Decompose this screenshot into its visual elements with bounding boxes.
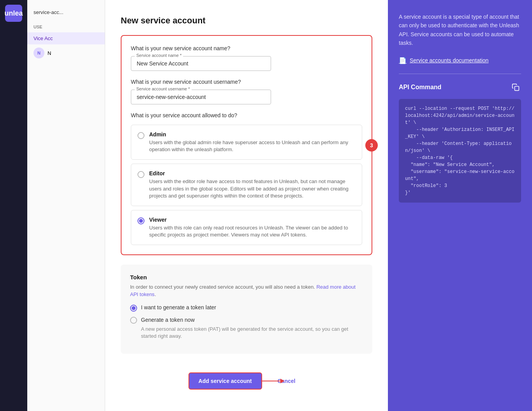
service-account-username-input[interactable] [131, 90, 271, 104]
token-now-label: Generate a token now [141, 317, 195, 323]
arrow-head [280, 379, 284, 383]
radio-viewer[interactable] [137, 217, 144, 224]
radio-editor[interactable] [137, 171, 144, 178]
name-question: What is your new service account name? [131, 45, 362, 51]
avatar-label: N [48, 50, 51, 56]
token-now-group: Generate a token now A new personal acce… [141, 316, 363, 340]
token-description-text: In order to connect your newly created s… [130, 284, 315, 290]
sidebar-logo[interactable]: unlea [5, 5, 22, 22]
dialog-area: New service account 3 What is your new s… [105, 0, 388, 411]
step-indicator: 3 [365, 139, 378, 152]
token-title: Token [130, 274, 363, 280]
role-desc-admin: Users with the global admin role have su… [149, 139, 356, 153]
username-input-group: Service account username * [131, 90, 362, 104]
avatar[interactable]: N [33, 48, 44, 58]
name-label: Service account name * [135, 53, 183, 58]
role-option-admin[interactable]: Admin Users with the global admin role h… [131, 125, 362, 160]
role-desc-viewer: Users with this role can only read root … [149, 224, 356, 238]
role-name-admin: Admin [149, 131, 356, 138]
left-nav: service-acc... Use Vice Acc N N [27, 0, 105, 411]
sidebar: unlea [0, 0, 27, 411]
panel-divider [399, 74, 521, 74]
token-desc: In order to connect your newly created s… [130, 284, 363, 298]
token-option-now[interactable]: Generate a token now A new personal acce… [130, 316, 363, 340]
role-name-viewer: Viewer [149, 217, 356, 223]
nav-service-accounts[interactable]: service-acc... [27, 6, 105, 18]
add-service-account-button[interactable]: Add service account [188, 372, 262, 390]
nav-section-use: Use [27, 21, 105, 32]
arrow-line [261, 381, 280, 381]
docs-link[interactable]: 📄 Service accounts documentation [399, 57, 521, 64]
token-now-desc: A new personal access token (PAT) will b… [141, 326, 363, 340]
role-info-editor: Editor Users with the editor role have a… [149, 170, 356, 199]
form-section: 3 What is your new service account name?… [121, 35, 372, 255]
radio-token-now[interactable] [130, 317, 137, 324]
api-command-header: API Command [399, 82, 521, 93]
api-code-block: curl --location --request POST 'http://l… [399, 99, 521, 203]
docs-icon: 📄 [399, 57, 407, 64]
main-area: service-acc... Use Vice Acc N N New serv… [27, 0, 532, 411]
role-name-editor: Editor [149, 170, 356, 176]
right-panel: A service account is a special type of a… [388, 0, 532, 411]
dialog-wrapper: New service account 3 What is your new s… [105, 0, 388, 411]
svg-rect-0 [515, 86, 519, 90]
role-info-viewer: Viewer Users with this role can only rea… [149, 217, 356, 238]
username-label: Service account username * [135, 86, 192, 91]
arrow-indicator [261, 379, 284, 383]
token-section: Token In order to connect your newly cre… [121, 265, 372, 354]
button-row: Add service account Cancel [121, 366, 372, 396]
role-option-viewer[interactable]: Viewer Users with this role can only rea… [131, 210, 362, 245]
token-later-label: I want to generate a token later [141, 304, 216, 310]
service-account-name-input[interactable] [131, 56, 271, 71]
copy-button[interactable] [510, 82, 521, 93]
radio-admin[interactable] [137, 132, 144, 139]
docs-link-text: Service accounts documentation [410, 57, 488, 64]
radio-token-later[interactable] [130, 305, 137, 312]
api-command-title: API Command [399, 84, 441, 91]
dialog-title: New service account [121, 16, 372, 26]
role-option-editor[interactable]: Editor Users with the editor role have a… [131, 164, 362, 206]
name-input-group: Service account name * [131, 56, 362, 71]
avatar-row: N N [27, 44, 105, 62]
token-option-later[interactable]: I want to generate a token later [130, 304, 363, 312]
nav-vice-acc[interactable]: Vice Acc [27, 32, 105, 44]
role-info-admin: Admin Users with the global admin role h… [149, 131, 356, 153]
username-question: What is your new service account usernam… [131, 79, 362, 85]
right-panel-description: A service account is a special type of a… [399, 12, 521, 48]
role-question: What is your service account allowed to … [131, 112, 362, 118]
logo-text: unlea [5, 9, 23, 18]
role-desc-editor: Users with the editor role have access t… [149, 178, 356, 199]
